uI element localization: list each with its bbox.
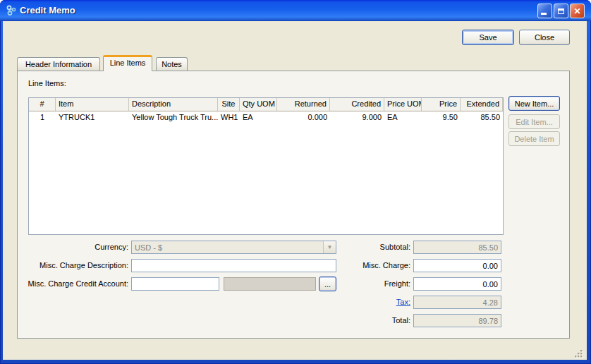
table-header-row: #ItemDescriptionSiteQty UOMReturnedCredi… xyxy=(29,98,503,111)
close-window-button[interactable]: ✕ xyxy=(570,4,585,18)
cell-: 1 xyxy=(29,111,56,124)
minimize-icon xyxy=(541,13,547,15)
misc-charge-field[interactable] xyxy=(413,259,501,272)
credit-memo-window: Credit Memo ✕ Save Close Header Informat… xyxy=(0,0,591,364)
resize-grip[interactable] xyxy=(573,348,583,358)
minimize-button[interactable] xyxy=(537,4,552,18)
misc-charge-description-label: Misc. Charge Description: xyxy=(17,261,128,269)
cell-returned: 0.000 xyxy=(277,111,330,124)
maximize-icon xyxy=(558,8,564,14)
line-items-section-label: Line Items: xyxy=(28,79,66,87)
tab-header-information[interactable]: Header Information xyxy=(17,57,100,71)
cell-extended: 85.50 xyxy=(461,111,503,124)
column-header-item[interactable]: Item xyxy=(56,98,129,111)
tab-line-items[interactable]: Line Items xyxy=(103,55,152,71)
column-header-site[interactable]: Site xyxy=(218,98,240,111)
tab-notes[interactable]: Notes xyxy=(156,57,188,71)
cell-item: YTRUCK1 xyxy=(56,111,129,124)
misc-charge-label: Misc. Charge: xyxy=(303,261,410,269)
currency-value: USD - $ xyxy=(135,243,162,252)
save-button[interactable]: Save xyxy=(462,30,514,45)
total-field: 89.78 xyxy=(413,314,501,327)
cell-description: Yellow Tough Truck Tru... xyxy=(129,111,218,124)
edit-item-button: Edit Item... xyxy=(508,114,560,129)
column-header-description[interactable]: Description xyxy=(129,98,218,111)
new-item-button[interactable]: New Item... xyxy=(508,96,560,111)
tax-field: 4.28 xyxy=(413,296,501,309)
cell-site: WH1 xyxy=(218,111,240,124)
maximize-button[interactable] xyxy=(554,4,568,18)
line-items-table: #ItemDescriptionSiteQty UOMReturnedCredi… xyxy=(28,97,504,235)
delete-item-button: Delete Item xyxy=(508,131,560,146)
cell-credited: 9.000 xyxy=(330,111,384,124)
column-header-extended[interactable]: Extended xyxy=(461,98,503,111)
subtotal-label: Subtotal: xyxy=(303,243,410,251)
currency-label: Currency: xyxy=(17,243,128,251)
misc-charge-credit-account-label: Misc. Charge Credit Account: xyxy=(17,279,128,288)
column-header-price[interactable]: Price xyxy=(422,98,461,111)
freight-label: Freight: xyxy=(303,279,410,288)
freight-field[interactable] xyxy=(413,277,501,291)
close-button[interactable]: Close xyxy=(519,30,570,45)
account-description-field xyxy=(224,277,316,291)
cell-price: 9.50 xyxy=(422,111,461,124)
column-header-[interactable]: # xyxy=(29,98,56,111)
cell-price-uom: EA xyxy=(384,111,422,124)
cell-qty-uom: EA xyxy=(240,111,277,124)
column-header-credited[interactable]: Credited xyxy=(330,98,384,111)
column-header-qty-uom[interactable]: Qty UOM xyxy=(240,98,277,111)
tax-label-link[interactable]: Tax: xyxy=(303,298,410,306)
window-title: Credit Memo xyxy=(20,5,75,16)
table-row[interactable]: 1YTRUCK1Yellow Tough Truck Tru...WH1EA0.… xyxy=(29,111,503,124)
subtotal-field: 85.50 xyxy=(413,241,501,254)
app-icon xyxy=(6,5,17,16)
titlebar[interactable]: Credit Memo ✕ xyxy=(0,0,591,21)
total-label: Total: xyxy=(303,316,410,324)
column-header-price-uom[interactable]: Price UOM xyxy=(384,98,422,111)
close-icon: ✕ xyxy=(573,6,580,16)
misc-charge-credit-account-input[interactable] xyxy=(131,277,219,291)
column-header-returned[interactable]: Returned xyxy=(277,98,330,111)
